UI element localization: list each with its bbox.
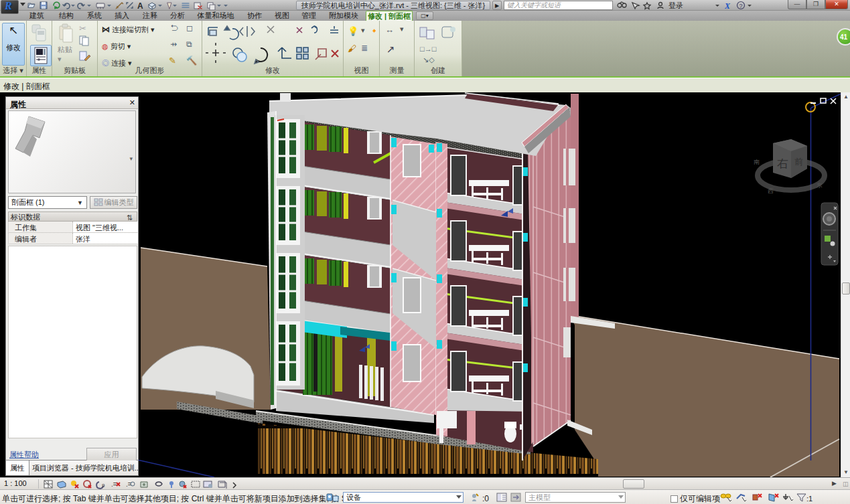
svg-text:A: A xyxy=(137,1,143,10)
svg-text:.=: .= xyxy=(111,481,117,488)
svg-text:西: 西 xyxy=(768,187,774,194)
svg-text:南: 南 xyxy=(754,159,760,165)
svg-text:9: 9 xyxy=(102,483,105,489)
svg-text:X: X xyxy=(724,1,731,10)
svg-text:前: 前 xyxy=(794,157,803,167)
svg-text:右: 右 xyxy=(777,157,788,170)
svg-text:?: ? xyxy=(739,3,743,9)
svg-text:登录: 登录 xyxy=(668,1,683,9)
svg-text:东: 东 xyxy=(816,182,823,189)
